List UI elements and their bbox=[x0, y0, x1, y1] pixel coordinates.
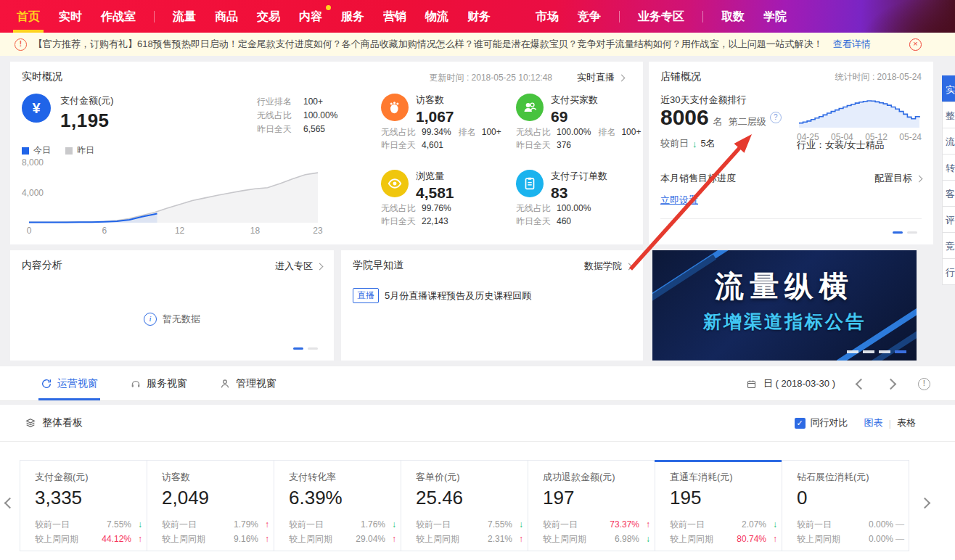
pagination-dot[interactable] bbox=[893, 231, 903, 234]
banner-subtitle: 新增渠道指标公告 bbox=[652, 310, 917, 334]
nav-item-交易[interactable]: 交易 bbox=[247, 0, 290, 33]
pagination-dot[interactable] bbox=[308, 347, 318, 350]
question-icon[interactable]: ? bbox=[770, 112, 782, 123]
card-label: 成功退款金额(元) bbox=[543, 471, 655, 484]
data-academy-link[interactable]: 数据学院 bbox=[584, 260, 631, 273]
tab-管理视窗[interactable]: 管理视窗 bbox=[219, 366, 276, 400]
shop-trend-chart: 04-2505-0405-1205-24 bbox=[797, 95, 922, 142]
close-icon[interactable]: × bbox=[909, 38, 922, 51]
pagination-dot[interactable] bbox=[907, 231, 917, 234]
configure-goal-link[interactable]: 配置目标 bbox=[874, 172, 922, 185]
compare-row: 较上周同期9.16%↑ bbox=[162, 532, 269, 546]
nav-item-服务[interactable]: 服务 bbox=[332, 0, 374, 33]
nav-item-流量[interactable]: 流量 bbox=[163, 0, 205, 33]
nav-item-业务专区[interactable]: 业务专区 bbox=[628, 0, 694, 33]
card-value: 3,335 bbox=[35, 487, 147, 509]
panel-title: 学院早知道 bbox=[353, 259, 403, 272]
metric-cards: 支付金额(元)3,335较前一日7.55%↓较上周同期44.12%↑访客数2,0… bbox=[20, 460, 909, 551]
banner-pagination-dot[interactable] bbox=[879, 350, 890, 353]
nav-item-实时[interactable]: 实时 bbox=[49, 0, 91, 33]
compare-value: 0.00% bbox=[869, 517, 893, 532]
metric-card-直通车消耗(元)[interactable]: 直通车消耗(元)195较前一日2.07%↓较上周同期80.74%↑ bbox=[655, 460, 782, 551]
nav-item-商品[interactable]: 商品 bbox=[205, 0, 247, 33]
scroll-left-chevron[interactable] bbox=[4, 498, 16, 509]
metric-stat-line: 昨日全天376 bbox=[516, 139, 642, 152]
arrow-down-icon: ↓ bbox=[766, 517, 777, 532]
tab-label: 服务视窗 bbox=[147, 377, 187, 390]
side-tab-实[interactable]: 实 bbox=[942, 75, 955, 102]
compare-value: 73.37% bbox=[610, 517, 639, 532]
compare-row: 较上周同期44.12%↑ bbox=[35, 532, 142, 546]
suborders-icon bbox=[516, 170, 544, 197]
enter-zone-label: 进入专区 bbox=[275, 260, 313, 273]
nav-item-物流[interactable]: 物流 bbox=[416, 0, 458, 33]
nav-item-市场[interactable]: 市场 bbox=[526, 0, 568, 33]
prev-date-chevron[interactable] bbox=[856, 378, 867, 390]
pagination-dots bbox=[293, 347, 318, 350]
stat-value: 100.00% bbox=[557, 203, 591, 213]
nav-item-首页[interactable]: 首页 bbox=[7, 0, 49, 33]
side-tab-流[interactable]: 流 bbox=[942, 128, 955, 155]
live-link[interactable]: 实时直播 bbox=[577, 71, 624, 84]
metric-card-客单价(元)[interactable]: 客单价(元)25.46较前一日7.55%↓较上周同期2.31%↑ bbox=[401, 460, 528, 551]
metric-label: 访客数 bbox=[416, 94, 454, 107]
compare-label: 较上周同期 bbox=[416, 532, 459, 546]
academy-panel: 学院早知道 数据学院 直播 5月份直播课程预告及历史课程回顾 bbox=[341, 250, 643, 361]
metric-card-成功退款金额(元)[interactable]: 成功退款金额(元)197较前一日73.37%↑较上周同期6.98%↓ bbox=[528, 460, 655, 551]
side-tab-行[interactable]: 行 bbox=[942, 258, 955, 285]
chart-view-toggle[interactable]: 图表 bbox=[864, 416, 883, 429]
pagination-dot[interactable] bbox=[293, 347, 303, 350]
enter-zone-link[interactable]: 进入专区 bbox=[275, 260, 322, 273]
date-label[interactable]: 日 ( 2018-03-30 ) bbox=[763, 377, 835, 390]
nav-item-取数[interactable]: 取数 bbox=[712, 0, 754, 33]
compare-row: 较前一日2.07%↓ bbox=[670, 517, 777, 532]
scroll-right-chevron[interactable] bbox=[919, 498, 931, 509]
stat-value: 376 bbox=[557, 140, 571, 150]
compare-row: 较前一日0.00%— bbox=[797, 517, 904, 532]
info-icon[interactable]: ! bbox=[918, 378, 930, 390]
nav-item-财务[interactable]: 财务 bbox=[458, 0, 500, 33]
nav-item-作战室[interactable]: 作战室 bbox=[91, 0, 145, 33]
banner-pagination-dot[interactable] bbox=[895, 350, 906, 353]
side-tab-整[interactable]: 整 bbox=[942, 102, 955, 128]
nav-item-学院[interactable]: 学院 bbox=[754, 0, 796, 33]
metric-card-支付金额(元)[interactable]: 支付金额(元)3,335较前一日7.55%↓较上周同期44.12%↑ bbox=[20, 460, 147, 551]
realtime-metric: 支付子订单数83无线占比100.00%昨日全天460 bbox=[516, 170, 642, 246]
nav-item-内容[interactable]: 内容 bbox=[290, 0, 332, 33]
course-item[interactable]: 直播 5月份直播课程预告及历史课程回顾 bbox=[353, 288, 531, 303]
stat-label: 昨日全天 bbox=[516, 216, 551, 226]
goal-label: 本月销售目标进度 bbox=[660, 172, 736, 185]
setup-now-link[interactable]: 立即设置 bbox=[660, 194, 698, 207]
nav-item-竞争[interactable]: 竞争 bbox=[568, 0, 610, 33]
banner-pagination-dot[interactable] bbox=[863, 350, 874, 353]
calendar-icon[interactable] bbox=[746, 379, 757, 390]
table-view-toggle[interactable]: 表格 bbox=[897, 416, 916, 429]
metric-card-钻石展位消耗(元)[interactable]: 钻石展位消耗(元)0较前一日0.00%—较上周同期0.00%— bbox=[782, 460, 909, 551]
tab-服务视窗[interactable]: 服务视窗 bbox=[130, 366, 187, 400]
compare-checkbox[interactable]: ✓ bbox=[795, 418, 806, 429]
card-compare-rows: 较前一日2.07%↓较上周同期80.74%↑ bbox=[670, 517, 777, 546]
nav-item-营销[interactable]: 营销 bbox=[374, 0, 416, 33]
delta-value: 5名 bbox=[701, 137, 716, 150]
stat-value: 100+ bbox=[621, 127, 641, 137]
notice-detail-link[interactable]: 查看详情 bbox=[833, 38, 871, 51]
promo-banner[interactable]: 流量纵横 新增渠道指标公告 bbox=[652, 250, 917, 361]
card-label: 直通车消耗(元) bbox=[670, 471, 782, 484]
side-tab-评[interactable]: 评 bbox=[942, 206, 955, 233]
tab-运营视窗[interactable]: 运营视窗 bbox=[41, 366, 98, 400]
next-date-chevron[interactable] bbox=[885, 378, 897, 390]
side-tab-客[interactable]: 客 bbox=[942, 180, 955, 207]
metric-stat-line: 无线占比100.00% bbox=[516, 202, 642, 215]
nav-item-label: 流量 bbox=[173, 10, 196, 22]
metric-value: 4,581 bbox=[416, 184, 454, 202]
metric-card-支付转化率[interactable]: 支付转化率6.39%较前一日1.76%↓较上周同期29.04%↑ bbox=[274, 460, 401, 551]
card-compare-rows: 较前一日1.76%↓较上周同期29.04%↑ bbox=[289, 517, 396, 546]
metric-card-访客数[interactable]: 访客数2,049较前一日1.79%↑较上周同期9.16%↑ bbox=[147, 460, 274, 551]
side-tab-竞[interactable]: 竞 bbox=[942, 232, 955, 259]
nav-item-label: 服务 bbox=[341, 10, 364, 22]
banner-pagination-dot[interactable] bbox=[847, 350, 858, 353]
banner-text: 流量纵横 新增渠道指标公告 bbox=[652, 250, 917, 334]
stat-value: 6,565 bbox=[303, 123, 325, 136]
side-tab-转[interactable]: 转 bbox=[942, 154, 955, 181]
card-compare-rows: 较前一日1.79%↑较上周同期9.16%↑ bbox=[162, 517, 269, 546]
